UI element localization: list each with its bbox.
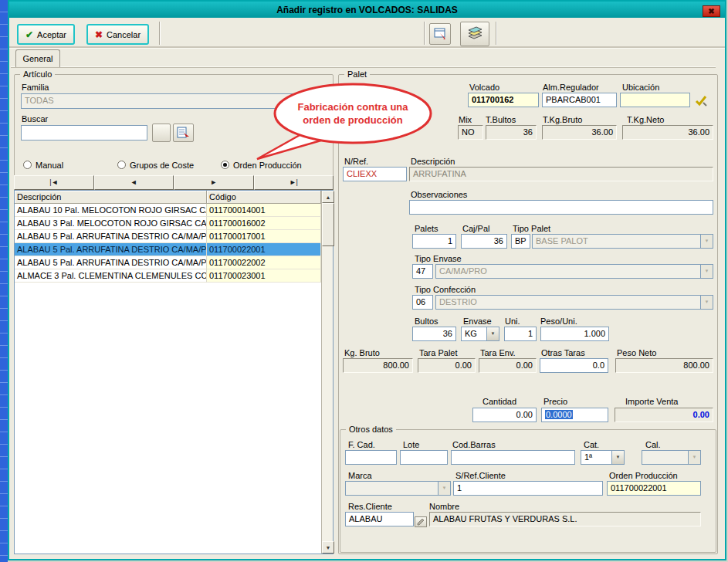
grid-body: Descripción Código ALABAU 10 Pal. MELOCO… xyxy=(15,191,321,554)
radio-grupos-coste-label: Grupos de Coste xyxy=(130,161,194,170)
envase-combobox[interactable]: KG ▼ xyxy=(461,327,499,341)
background-window-strip xyxy=(0,0,8,562)
alm-regulador-label: Alm.Regulador xyxy=(543,83,599,92)
vertical-scrollbar[interactable]: ▲ ▼ xyxy=(321,191,333,554)
cell-descripcion[interactable]: ALABAU 5 Pal. ARRUFATINA DESTRIO CA/MA/P… xyxy=(15,230,207,243)
lote-field[interactable] xyxy=(400,450,448,465)
palets-field[interactable]: 1 xyxy=(412,234,456,249)
uni-label: Uni. xyxy=(505,317,520,326)
cell-descripcion[interactable]: ALABAU 5 Pal. ARRUFATINA DESTRIO CA/MA/P… xyxy=(15,243,207,256)
radio-grupos-coste[interactable] xyxy=(117,161,126,169)
cancel-button[interactable]: ✖ Cancelar xyxy=(86,24,149,45)
table-row[interactable]: ALABAU 3 Pal. MELOCOTON ROJO GIRSAC CAJA… xyxy=(15,217,321,230)
s-ref-cliente-field[interactable]: 1 xyxy=(453,481,603,496)
peso-uni-field[interactable]: 1.000 xyxy=(540,327,609,341)
bultos-field[interactable]: 36 xyxy=(412,327,456,341)
chevron-down-icon[interactable]: ▼ xyxy=(700,296,713,309)
cell-descripcion[interactable]: ALMACE 3 Pal. CLEMENTINA CLEMENULES CON … xyxy=(15,269,207,283)
callout-text-line1: Fabricación contra una xyxy=(297,101,408,113)
tara-env-label: Tara Env. xyxy=(480,348,516,357)
res-cliente-edit-button[interactable] xyxy=(415,516,427,527)
table-row-selected[interactable]: ALABAU 5 Pal. ARRUFATINA DESTRIO CA/MA/P… xyxy=(15,243,321,256)
grid-header-codigo[interactable]: Código xyxy=(207,191,321,204)
cell-codigo[interactable]: 011700016002 xyxy=(207,217,321,230)
cell-codigo[interactable]: 011700022001 xyxy=(207,243,321,256)
chevron-down-icon[interactable]: ▼ xyxy=(438,482,450,495)
close-button[interactable]: ✖ xyxy=(703,5,720,17)
form-arrow-button[interactable] xyxy=(429,23,451,45)
ubicacion-field[interactable] xyxy=(620,93,690,107)
tipo-confeccion-code-field[interactable]: 06 xyxy=(412,295,433,310)
accept-button[interactable]: ✔ Aceptar xyxy=(17,24,75,45)
cell-descripcion[interactable]: ALABAU 3 Pal. MELOCOTON ROJO GIRSAC CAJA… xyxy=(15,217,207,230)
orden-produccion-field[interactable]: 011700022001 xyxy=(607,481,701,496)
precio-field[interactable]: 0.0000 xyxy=(541,408,608,422)
chevron-down-icon[interactable]: ▼ xyxy=(486,327,499,340)
scroll-thumb[interactable] xyxy=(322,203,334,246)
importe-venta-field: 0.00 xyxy=(615,408,713,422)
nav-last-button[interactable]: ►| xyxy=(254,175,334,190)
uni-field[interactable]: 1 xyxy=(504,327,537,341)
cat-combobox[interactable]: 1ª ▼ xyxy=(581,450,625,465)
radio-orden-produccion[interactable] xyxy=(221,161,229,169)
chevron-down-icon[interactable]: ▼ xyxy=(700,265,713,278)
n-ref-field[interactable]: CLIEXX xyxy=(343,167,407,181)
f-cad-field[interactable] xyxy=(345,450,397,465)
alm-regulador-field[interactable]: PBARCAB001 xyxy=(542,93,617,107)
tipo-palet-combobox[interactable]: BASE PALOT ▼ xyxy=(532,234,713,249)
chevron-down-icon[interactable]: ▼ xyxy=(688,451,700,464)
otras-taras-field[interactable]: 0.0 xyxy=(540,358,608,373)
palet-legend: Palet xyxy=(344,69,370,79)
table-row[interactable]: ALABAU 5 Pal. ARRUFATINA DESTRIO CA/MA/P… xyxy=(15,256,321,269)
chevron-down-icon[interactable]: ▼ xyxy=(611,451,624,464)
layers-button[interactable] xyxy=(460,22,489,46)
table-row[interactable]: ALMACE 3 Pal. CLEMENTINA CLEMENULES CON … xyxy=(15,269,321,283)
cell-codigo[interactable]: 011700017001 xyxy=(207,230,321,243)
volcado-field[interactable]: 011700162 xyxy=(468,93,539,107)
cat-value: 1ª xyxy=(584,452,592,462)
titlebar[interactable]: Añadir registro en VOLCADOS: SALIDAS ✖ xyxy=(9,2,725,18)
chevron-down-icon[interactable]: ▼ xyxy=(700,235,713,248)
cal-combobox[interactable]: ▼ xyxy=(642,450,701,465)
tipo-envase-combobox[interactable]: CA/MA/PRO ▼ xyxy=(435,264,713,279)
bultos-label: Bultos xyxy=(415,317,438,326)
close-icon: ✖ xyxy=(708,7,714,15)
last-record-icon: ►| xyxy=(290,178,298,186)
observaciones-field[interactable] xyxy=(409,200,713,215)
tipo-palet-code-field[interactable]: BP xyxy=(511,234,530,249)
cell-descripcion[interactable]: ALABAU 10 Pal. MELOCOTON ROJO GIRSAC CAJ… xyxy=(15,204,207,217)
radio-manual-label: Manual xyxy=(36,161,63,170)
scroll-up-button[interactable]: ▲ xyxy=(322,191,334,203)
tipo-envase-code-field[interactable]: 47 xyxy=(412,264,433,279)
table-row[interactable]: ALABAU 5 Pal. ARRUFATINA DESTRIO CA/MA/P… xyxy=(15,230,321,243)
cod-barras-field[interactable] xyxy=(451,450,575,465)
tab-general[interactable]: General xyxy=(15,49,60,67)
f-cad-label: F. Cad. xyxy=(348,440,375,449)
tipo-confeccion-combobox[interactable]: DESTRIO ▼ xyxy=(435,295,713,310)
cell-codigo[interactable]: 011700022002 xyxy=(207,256,321,269)
nav-next-button[interactable]: ► xyxy=(174,175,254,190)
scroll-down-button[interactable]: ▼ xyxy=(322,541,334,554)
buscar-input[interactable] xyxy=(21,125,147,140)
volcado-label: Volcado xyxy=(469,83,499,92)
cantidad-field[interactable]: 0.00 xyxy=(472,408,537,422)
tipo-envase-value: CA/MA/PRO xyxy=(439,266,487,276)
cantidad-label: Cantidad xyxy=(483,397,516,406)
cell-codigo[interactable]: 011700014001 xyxy=(207,204,321,217)
radio-manual[interactable] xyxy=(23,161,32,169)
grid-header-descripcion[interactable]: Descripción xyxy=(15,191,207,204)
cell-descripcion[interactable]: ALABAU 5 Pal. ARRUFATINA DESTRIO CA/MA/P… xyxy=(15,256,207,269)
cell-codigo[interactable]: 011700023001 xyxy=(207,269,321,283)
buscar-lookup-button[interactable] xyxy=(173,124,194,142)
marca-combobox[interactable]: ▼ xyxy=(345,481,451,496)
buscar-blank-button[interactable] xyxy=(152,124,171,142)
nav-prev-button[interactable]: ◄ xyxy=(94,175,174,190)
nav-first-button[interactable]: |◄ xyxy=(14,175,94,190)
res-cliente-field[interactable]: ALABAU xyxy=(345,512,414,526)
buscar-label: Buscar xyxy=(22,114,48,124)
table-row[interactable]: ALABAU 10 Pal. MELOCOTON ROJO GIRSAC CAJ… xyxy=(15,204,321,217)
familia-value: TODAS xyxy=(25,96,54,105)
ubicacion-edit-button[interactable] xyxy=(692,92,709,108)
tipo-palet-label: Tipo Palet xyxy=(513,224,550,233)
caj-pal-field[interactable]: 36 xyxy=(461,234,507,249)
